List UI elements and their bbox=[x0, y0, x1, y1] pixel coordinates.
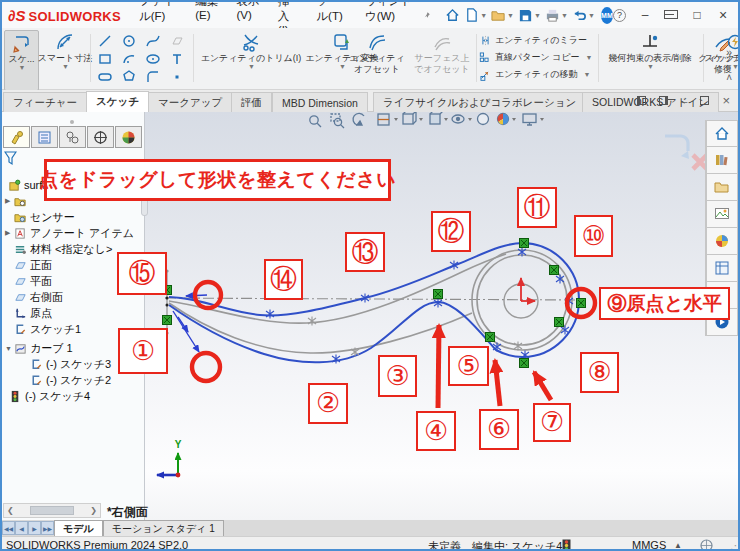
ribbon-tab-3[interactable]: 評価 bbox=[231, 92, 272, 112]
ellipse-tool[interactable] bbox=[146, 52, 160, 68]
restore-button[interactable] bbox=[664, 8, 678, 22]
spline-tool[interactable] bbox=[146, 34, 160, 50]
propertymanager-tab[interactable] bbox=[31, 126, 58, 148]
model-tab-nav-3[interactable]: ▶▶ bbox=[41, 521, 54, 535]
control-point-icon[interactable] bbox=[434, 290, 443, 299]
chevron-down-icon[interactable]: ▼ bbox=[732, 63, 739, 70]
new-button[interactable]: ▼ bbox=[464, 8, 487, 23]
fillet-tool[interactable] bbox=[146, 70, 160, 86]
save-button[interactable]: ▼ bbox=[518, 8, 541, 23]
taskpane-design-library-button[interactable] bbox=[706, 147, 738, 174]
expand-arrow-icon[interactable]: ▼ bbox=[5, 345, 12, 352]
dimxpertmanager-tab[interactable] bbox=[87, 126, 114, 148]
chevron-down-icon[interactable]: ▼ bbox=[480, 12, 487, 19]
taskpane-file-explorer-button[interactable] bbox=[706, 174, 738, 201]
ribbon-collapse-button[interactable]: ˄ bbox=[726, 72, 732, 83]
tree-item-11[interactable]: (-) スケッチ2 bbox=[2, 372, 144, 388]
panel-splitter-dot[interactable] bbox=[70, 120, 74, 124]
mirror-entities-button[interactable]: エンティティのミラー bbox=[479, 32, 595, 49]
control-point-icon[interactable] bbox=[163, 316, 172, 325]
open-button[interactable]: ▼ bbox=[491, 8, 514, 23]
offset-entities-button[interactable]: エンティティ オフセット bbox=[346, 30, 408, 91]
minimize-button[interactable]: – bbox=[638, 8, 652, 22]
taskpane-home-button[interactable] bbox=[706, 120, 738, 147]
help-button[interactable]: ? bbox=[613, 9, 626, 22]
featuremanager-tab[interactable] bbox=[3, 126, 30, 148]
model-tab-nav-0[interactable]: ◀◀ bbox=[2, 521, 15, 535]
ribbon-tab-5[interactable]: ライフサイクルおよびコラボレーション bbox=[373, 92, 586, 112]
slot-tool[interactable] bbox=[98, 70, 112, 86]
unit-caret-icon[interactable]: ▲ bbox=[674, 541, 682, 550]
taskpane-custom-properties-button[interactable] bbox=[706, 255, 738, 282]
text-tool[interactable] bbox=[170, 52, 184, 68]
model-tab-1[interactable]: モーション スタディ 1 bbox=[103, 520, 224, 536]
model-tab-0[interactable]: モデル bbox=[54, 520, 103, 536]
chevron-down-icon[interactable]: ▼ bbox=[507, 12, 514, 19]
ribbon-overflow-button[interactable]: » bbox=[726, 46, 732, 58]
chevron-down-icon[interactable]: ▼ bbox=[586, 54, 593, 61]
chevron-down-icon[interactable]: ▼ bbox=[583, 71, 590, 78]
close-button[interactable]: × bbox=[716, 7, 730, 23]
trim-entities-button[interactable]: エンティティのトリム(I) ▼ bbox=[195, 30, 307, 91]
model-tab-nav-1[interactable]: ◀ bbox=[15, 521, 28, 535]
dock-pane-icon[interactable] bbox=[637, 96, 646, 105]
linear-pattern-button[interactable]: 直線パターン コピー ▼ bbox=[479, 49, 595, 66]
print-button[interactable]: ▼ bbox=[545, 8, 568, 23]
home-button[interactable] bbox=[445, 8, 460, 23]
doc-restore-button[interactable] bbox=[700, 96, 709, 105]
doc-minimize-button[interactable]: – bbox=[681, 95, 687, 107]
rectangle-tool[interactable] bbox=[98, 52, 112, 68]
model-tab-nav-2[interactable]: ▶ bbox=[28, 521, 41, 535]
point-tool[interactable] bbox=[170, 70, 184, 86]
control-point-icon[interactable] bbox=[550, 266, 559, 275]
panel-horizontal-scrollbar[interactable]: ❮ ❯ bbox=[3, 503, 101, 518]
chevron-down-icon[interactable]: ▼ bbox=[647, 63, 654, 70]
control-point-icon[interactable] bbox=[520, 239, 529, 248]
scroll-left-icon[interactable]: ❮ bbox=[7, 506, 14, 515]
ribbon-tab-2[interactable]: マークアップ bbox=[148, 92, 232, 112]
chevron-down-icon[interactable]: ▼ bbox=[339, 63, 346, 70]
line-tool[interactable] bbox=[98, 34, 112, 50]
arc-tool[interactable] bbox=[122, 52, 136, 68]
control-point-icon[interactable] bbox=[486, 333, 495, 342]
maximize-button[interactable]: □ bbox=[690, 8, 704, 22]
plane-tool[interactable] bbox=[170, 34, 184, 50]
smart-dimension-button[interactable]: スマート寸法 ▼ bbox=[42, 30, 88, 91]
taskpane-appearances-button[interactable] bbox=[706, 228, 738, 255]
taskpane-view-palette-button[interactable] bbox=[706, 201, 738, 228]
displaymanager-tab[interactable] bbox=[115, 126, 142, 148]
move-entities-button[interactable]: エンティティの移動 ▼ bbox=[479, 66, 595, 83]
chevron-down-icon[interactable]: ▼ bbox=[588, 12, 595, 19]
ribbon-tab-0[interactable]: フィーチャー bbox=[3, 92, 87, 112]
scrollbar-thumb[interactable] bbox=[30, 506, 74, 515]
doc-close-button[interactable]: × bbox=[722, 93, 730, 108]
tag-icon[interactable] bbox=[700, 539, 713, 551]
configurationmanager-tab[interactable] bbox=[59, 126, 86, 148]
tree-item-7[interactable]: 原点 bbox=[2, 305, 144, 321]
pin-menu-icon[interactable] bbox=[424, 10, 431, 20]
polygon-tool[interactable] bbox=[122, 70, 136, 86]
tree-item-2[interactable]: ▶アノテート アイテム bbox=[2, 225, 144, 241]
undo-button[interactable]: ▼ bbox=[572, 8, 595, 23]
dock-pane-icon[interactable] bbox=[659, 96, 668, 105]
tree-item-1[interactable]: センサー bbox=[2, 209, 144, 225]
control-point-icon[interactable] bbox=[555, 318, 564, 327]
quick-snaps-button[interactable]: クィックスナップ ▼ bbox=[705, 30, 740, 91]
expand-arrow-icon[interactable]: ▶ bbox=[5, 197, 10, 205]
user-badge[interactable]: MM bbox=[601, 7, 613, 24]
chevron-down-icon[interactable]: ▼ bbox=[561, 12, 568, 19]
unit-system[interactable]: MMGS bbox=[632, 539, 666, 551]
scroll-right-icon[interactable]: ❯ bbox=[90, 506, 97, 515]
chevron-down-icon[interactable]: ▼ bbox=[248, 63, 255, 70]
exit-sketch-button[interactable]: スケ... ▼ bbox=[4, 30, 39, 91]
control-point-icon[interactable] bbox=[577, 299, 586, 308]
control-point-icon[interactable] bbox=[520, 359, 529, 368]
ribbon-tab-4[interactable]: MBD Dimension bbox=[272, 92, 368, 112]
chevron-down-icon[interactable]: ▼ bbox=[19, 64, 26, 71]
ribbon-tab-1[interactable]: スケッチ bbox=[86, 91, 149, 112]
expand-arrow-icon[interactable]: ▶ bbox=[5, 229, 10, 237]
chevron-down-icon[interactable]: ▼ bbox=[62, 63, 69, 70]
tree-item-12[interactable]: (-) スケッチ4 bbox=[2, 388, 144, 404]
chevron-down-icon[interactable]: ▼ bbox=[534, 12, 541, 19]
circle-tool[interactable] bbox=[122, 34, 136, 50]
